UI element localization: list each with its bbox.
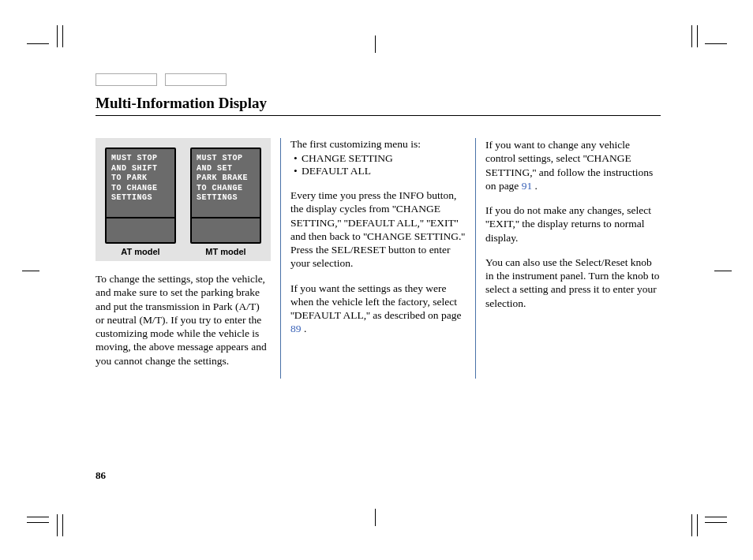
body-text: Every time you press the INFO button, th…: [290, 189, 466, 271]
crop-mark: [27, 517, 49, 517]
bullet-item: • DEFAULT ALL: [294, 165, 466, 177]
bullet-list: • CHANGE SETTING • DEFAULT ALL: [290, 152, 466, 177]
header-placeholder-boxes: [96, 73, 227, 86]
column-1: MUST STOP AND SHIFT TO PARK TO CHANGE SE…: [96, 138, 280, 379]
mid-screen: MUST STOP AND SET PARK BRAKE TO CHANGE S…: [190, 147, 261, 244]
bullet-item: • CHANGE SETTING: [294, 152, 466, 165]
display-figure: MUST STOP AND SHIFT TO PARK TO CHANGE SE…: [96, 138, 271, 261]
body-text-span: .: [532, 180, 538, 192]
screen-text: MUST STOP AND SET PARK BRAKE TO CHANGE S…: [197, 154, 255, 203]
crop-mark: [57, 25, 58, 47]
crop-mark: [714, 271, 732, 271]
crop-mark: [22, 271, 39, 271]
screen-caption: AT model: [121, 247, 159, 256]
body-text: If you want to change any vehicle contro…: [485, 138, 661, 192]
crop-mark: [62, 25, 63, 47]
crop-mark: [27, 43, 49, 44]
bullet-icon: •: [294, 165, 302, 177]
crop-mark: [691, 25, 692, 47]
page-content: Multi-Information Display MUST STOP AND …: [96, 95, 661, 379]
bullet-icon: •: [294, 152, 302, 165]
screen-caption: MT model: [205, 247, 245, 256]
crop-mark: [705, 43, 727, 44]
crop-mark: [705, 522, 727, 523]
crop-mark: [57, 514, 58, 536]
screen-text: MUST STOP AND SHIFT TO PARK TO CHANGE SE…: [111, 154, 170, 203]
crop-mark: [27, 522, 49, 523]
body-text: You can also use the Select/Reset knob i…: [485, 256, 661, 310]
page-title: Multi-Information Display: [96, 95, 661, 116]
text-columns: MUST STOP AND SHIFT TO PARK TO CHANGE SE…: [96, 138, 661, 379]
body-text-span: If you want the settings as they were wh…: [290, 282, 461, 322]
body-text: The first customizing menu is:: [290, 138, 466, 151]
page-link[interactable]: 89: [290, 323, 302, 334]
body-text-span: If you want to change any vehicle contro…: [485, 139, 653, 192]
body-text: If you do not make any changes, select '…: [485, 203, 661, 245]
body-text-span: .: [302, 323, 307, 334]
screen-at: MUST STOP AND SHIFT TO PARK TO CHANGE SE…: [105, 147, 176, 256]
crop-mark: [62, 514, 63, 536]
body-text: If you want the settings as they were wh…: [290, 282, 466, 336]
crop-mark: [375, 35, 376, 53]
screen-mt: MUST STOP AND SET PARK BRAKE TO CHANGE S…: [190, 147, 261, 256]
header-box: [165, 73, 227, 86]
crop-mark: [697, 514, 698, 536]
mid-screen: MUST STOP AND SHIFT TO PARK TO CHANGE SE…: [105, 147, 176, 244]
crop-mark: [691, 514, 692, 536]
bullet-text: DEFAULT ALL: [302, 165, 371, 177]
body-text: To change the settings, stop the vehicle…: [96, 272, 271, 368]
column-2: The first customizing menu is: • CHANGE …: [280, 138, 476, 379]
crop-mark: [375, 509, 376, 526]
crop-mark: [705, 517, 727, 517]
page-number: 86: [96, 469, 106, 482]
header-box: [96, 73, 157, 86]
crop-mark: [697, 25, 698, 47]
column-3: If you want to change any vehicle contro…: [476, 138, 661, 379]
bullet-text: CHANGE SETTING: [302, 152, 393, 165]
page-link[interactable]: 91: [522, 180, 533, 192]
